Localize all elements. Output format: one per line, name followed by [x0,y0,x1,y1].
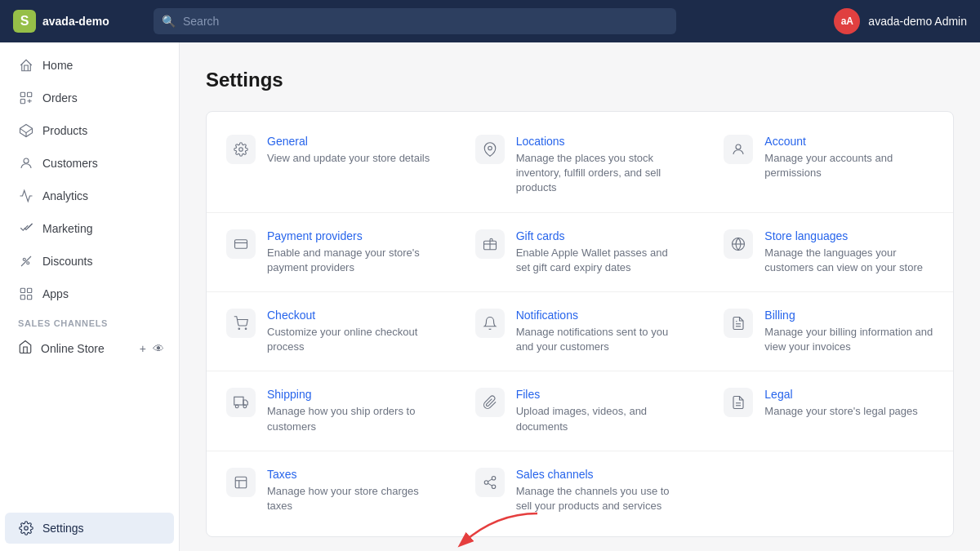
svg-rect-0 [20,92,24,96]
checkout-title: Checkout [267,309,436,322]
online-store-icon [18,340,33,357]
sidebar-item-products[interactable]: Products [5,115,174,146]
settings-item-payment[interactable]: Payment providers Enable and manage your… [207,213,456,292]
svg-point-28 [235,405,238,408]
shipping-title: Shipping [267,388,436,401]
svg-point-35 [492,485,496,489]
settings-item-files[interactable]: Files Upload images, videos, and documen… [456,371,705,451]
sidebar-label-home: Home [42,59,73,72]
general-desc: View and update your store details [267,151,436,166]
settings-item-taxes[interactable]: Taxes Manage how your store charges taxe… [207,451,456,530]
general-icon [226,135,256,164]
svg-rect-32 [235,477,247,488]
add-sales-channel-button[interactable]: + [138,340,148,357]
products-icon [18,122,34,139]
search-bar: 🔍 [154,8,676,34]
svg-point-29 [243,405,247,408]
taxes-desc: Manage how your store charges taxes [267,484,436,513]
sidebar-label-discounts: Discounts [42,255,92,268]
topbar: S avada-demo 🔍 aA avada-demo Admin [0,0,980,42]
account-title: Account [764,135,933,148]
avatar[interactable]: aA [834,8,860,34]
files-icon [475,388,505,417]
files-desc: Upload images, videos, and documents [516,404,685,433]
sidebar-label-customers: Customers [42,157,98,170]
sidebar-item-marketing[interactable]: Marketing [5,213,174,244]
settings-item-sales-channels[interactable]: Sales channels Manage the channels you u… [456,451,705,530]
shipping-icon [226,388,256,417]
legal-desc: Manage your store's legal pages [764,404,933,419]
store-languages-title: Store languages [764,229,933,242]
svg-point-6 [23,258,25,260]
topbar-right: aA avada-demo Admin [834,8,967,34]
settings-item-store-languages[interactable]: Store languages Manage the languages you… [704,213,953,292]
sidebar-item-discounts[interactable]: Discounts [5,246,174,277]
svg-line-37 [488,479,492,482]
settings-item-billing[interactable]: Billing Manage your billing information … [704,292,953,371]
sidebar-item-customers[interactable]: Customers [5,148,174,179]
settings-grid: General View and update your store detai… [207,118,953,530]
svg-point-5 [24,158,29,163]
gift-cards-desc: Enable Apple Wallet passes and set gift … [516,246,685,275]
sidebar-label-analytics: Analytics [42,189,88,202]
taxes-title: Taxes [267,468,436,481]
sidebar-item-home[interactable]: Home [5,50,174,81]
settings-item-notifications[interactable]: Notifications Manage notifications sent … [456,292,705,371]
settings-item-account[interactable]: Account Manage your accounts and permiss… [704,118,953,213]
shopify-logo-icon: S [13,10,36,33]
account-icon [724,135,753,164]
sidebar-label-products: Products [42,124,87,137]
settings-item-legal[interactable]: Legal Manage your store's legal pages [704,371,953,451]
sidebar-item-online-store[interactable]: Online Store + 👁 [5,332,174,364]
legal-icon [724,388,753,417]
settings-item-locations[interactable]: Locations Manage the places you stock in… [456,118,705,213]
sales-channels-label: SALES CHANNELS [0,310,179,331]
online-store-label: Online Store [41,342,105,355]
svg-point-23 [245,328,247,330]
general-title: General [267,135,436,148]
checkout-desc: Customize your online checkout process [267,325,436,354]
store-logo-area[interactable]: S avada-demo [13,10,144,33]
svg-rect-17 [235,239,247,248]
checkout-icon [226,309,256,338]
svg-rect-2 [20,100,24,104]
settings-item-checkout[interactable]: Checkout Customize your online checkout … [207,292,456,371]
svg-point-16 [736,144,741,149]
sidebar-label-orders: Orders [42,91,78,104]
sidebar-label-marketing: Marketing [42,222,92,235]
svg-point-33 [492,476,496,480]
locations-title: Locations [516,135,685,148]
settings-icon [18,520,34,536]
settings-label: Settings [42,522,84,535]
customers-icon [18,155,34,171]
page-title: Settings [206,69,954,91]
online-store-eye-button[interactable]: 👁 [151,340,166,357]
analytics-icon [18,188,34,204]
notifications-desc: Manage notifications sent to you and you… [516,325,685,354]
taxes-icon [226,468,256,497]
settings-card: General View and update your store detai… [206,111,954,537]
billing-desc: Manage your billing information and view… [764,325,933,354]
search-input[interactable] [154,8,676,34]
svg-marker-27 [243,400,247,405]
locations-desc: Manage the places you stock inventory, f… [516,151,685,196]
sidebar-item-analytics[interactable]: Analytics [5,180,174,211]
sidebar-item-orders[interactable]: Orders [5,82,174,113]
svg-line-8 [21,256,31,266]
sidebar-item-apps[interactable]: Apps [5,278,174,309]
svg-point-14 [239,148,243,152]
sidebar: Home Orders Products Customers Analytics [0,42,180,551]
settings-item-shipping[interactable]: Shipping Manage how you ship orders to c… [207,371,456,451]
discounts-icon [18,253,34,269]
svg-rect-9 [20,288,24,292]
svg-line-36 [488,483,492,486]
settings-item-gift-cards[interactable]: Gift cards Enable Apple Wallet passes an… [456,213,705,292]
gift-cards-title: Gift cards [516,229,685,242]
files-title: Files [516,388,685,401]
settings-item-general[interactable]: General View and update your store detai… [207,118,456,213]
svg-rect-11 [20,295,24,300]
sales-channels-title: Sales channels [516,468,685,481]
notifications-title: Notifications [516,309,685,322]
shipping-desc: Manage how you ship orders to customers [267,404,436,433]
sidebar-item-settings[interactable]: Settings [5,513,174,544]
